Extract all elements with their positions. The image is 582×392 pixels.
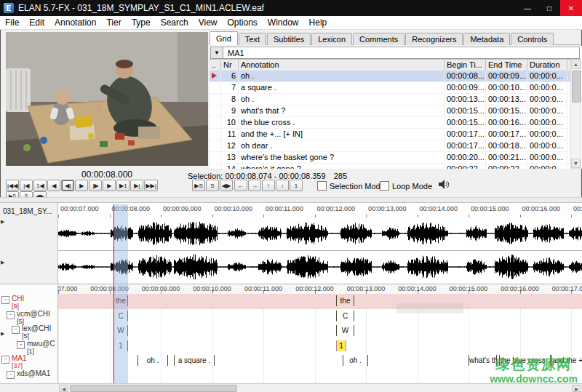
annotation-down-button[interactable]: ↓ bbox=[276, 180, 289, 191]
volume-speaker-icon[interactable] bbox=[438, 179, 450, 191]
menu-help[interactable]: Help bbox=[304, 16, 332, 29]
tier-label-ma1[interactable]: −MA1[37] bbox=[1, 355, 27, 369]
tier-ruler[interactable]: 00:00:07.00000:00:08.00000:00:09.00000:0… bbox=[58, 284, 582, 295]
tier-label-mwu@c[interactable]: −mwu@C[1] bbox=[17, 340, 55, 355]
column-header-4[interactable]: End Time bbox=[486, 60, 527, 71]
loop-mode-toggle[interactable]: Loop Mode bbox=[380, 181, 432, 191]
menu-edit[interactable]: Edit bbox=[24, 16, 49, 29]
tab-lexicon[interactable]: Lexicon bbox=[311, 33, 352, 45]
grid-scroll-thumb[interactable] bbox=[572, 71, 581, 103]
collapse-right-icon[interactable]: ▶ bbox=[1, 260, 4, 265]
column-header-0[interactable]: .. bbox=[210, 60, 221, 71]
collapse-right-icon[interactable]: ▶ bbox=[1, 219, 4, 224]
minimize-button[interactable]: — bbox=[517, 0, 538, 16]
collapse-left-icon[interactable]: ▶ bbox=[1, 331, 4, 336]
tree-toggle-icon[interactable]: − bbox=[17, 341, 25, 349]
tree-toggle-icon[interactable]: − bbox=[7, 371, 15, 379]
selection-mode-checkbox[interactable] bbox=[317, 181, 327, 191]
table-row[interactable]: 8oh .00:00:13...00:00:13...00:00:0... bbox=[210, 94, 570, 105]
waveform-canvas[interactable] bbox=[58, 217, 582, 284]
horizontal-splitter[interactable] bbox=[0, 197, 582, 203]
pixel-right-button[interactable]: ▶ bbox=[103, 180, 116, 191]
step-one-button[interactable]: 1 bbox=[290, 180, 303, 191]
table-row[interactable]: 7a square .00:00:09...00:00:10...00:00:0… bbox=[210, 82, 570, 94]
menu-type[interactable]: Type bbox=[127, 16, 156, 29]
menu-annotation[interactable]: Annotation bbox=[49, 16, 101, 29]
annotation-segment[interactable]: the bbox=[336, 295, 354, 306]
menu-search[interactable]: Search bbox=[156, 16, 194, 29]
next-annotation-button[interactable]: → bbox=[248, 180, 261, 191]
scroll-right-icon[interactable]: ▶ bbox=[572, 385, 581, 392]
tab-recognizers[interactable]: Recognizers bbox=[405, 33, 463, 45]
next-scrollview-button[interactable]: ▶| bbox=[130, 180, 143, 191]
go-to-begin-button[interactable]: |◀◀ bbox=[6, 180, 19, 191]
annotation-segment[interactable]: W bbox=[336, 325, 354, 336]
grid-vertical-scrollbar[interactable]: ▲ ▼ bbox=[570, 59, 581, 169]
next-frame-button[interactable]: |▶ bbox=[89, 180, 102, 191]
chevron-down-icon[interactable]: ▼ bbox=[211, 47, 223, 58]
annotation-segment[interactable]: a square . bbox=[174, 355, 215, 366]
tier-selector-combo[interactable]: ▼ MA1 bbox=[210, 47, 580, 59]
play-around-selection-button-alt[interactable]: S bbox=[206, 180, 219, 191]
play-pause-button[interactable]: ▶ bbox=[75, 180, 88, 191]
table-row[interactable]: 14where's it gone ?00:00:22...00:00:22..… bbox=[210, 164, 570, 169]
waveform-playhead[interactable] bbox=[113, 204, 114, 284]
annotation-segment[interactable]: oh . bbox=[137, 355, 168, 366]
tree-toggle-icon[interactable]: − bbox=[1, 296, 9, 304]
menu-view[interactable]: View bbox=[194, 16, 223, 29]
loop-mode-checkbox[interactable] bbox=[380, 181, 389, 191]
tab-metadata[interactable]: Metadata bbox=[463, 33, 510, 45]
second-left-button[interactable]: 1◀ bbox=[33, 180, 47, 191]
row-flag-cell bbox=[210, 117, 221, 128]
annotation-segment[interactable]: oh . bbox=[343, 355, 368, 366]
tree-toggle-icon[interactable]: − bbox=[1, 356, 9, 364]
tab-grid[interactable]: Grid bbox=[210, 31, 238, 45]
annotation-segment[interactable]: 1 bbox=[336, 340, 346, 351]
second-right-button[interactable]: ▶1 bbox=[116, 180, 129, 191]
scroll-down-icon[interactable]: ▼ bbox=[571, 159, 581, 168]
previous-annotation-button[interactable]: ← bbox=[234, 180, 247, 191]
waveform-ruler[interactable]: 00:00:07.00000:00:08.00000:00:09.00000:0… bbox=[58, 203, 582, 218]
menu-options[interactable]: Options bbox=[223, 16, 263, 29]
go-to-end-button[interactable]: ▶▶| bbox=[144, 180, 157, 191]
table-row[interactable]: 6oh .00:00:08...00:00:09...00:00:0... bbox=[210, 71, 570, 82]
annotation-up-button[interactable]: ↑ bbox=[262, 180, 275, 191]
tier-playhead[interactable] bbox=[113, 284, 114, 383]
menu-tier[interactable]: Tier bbox=[101, 16, 126, 29]
annotation-segment[interactable]: C bbox=[336, 311, 354, 321]
tab-subtitles[interactable]: Subtitles bbox=[267, 33, 311, 45]
video-player[interactable] bbox=[6, 32, 208, 166]
scroll-left-icon[interactable]: ◀ bbox=[59, 385, 68, 392]
tree-toggle-icon[interactable]: − bbox=[12, 326, 20, 334]
play-back-button-alt[interactable]: ◀▶ bbox=[220, 180, 233, 191]
play-selection-button-alt[interactable]: ▶S bbox=[192, 180, 205, 191]
table-row[interactable]: 11and the +... [+ IN]00:00:17...00:00:17… bbox=[210, 129, 570, 140]
tab-controls[interactable]: Controls bbox=[511, 33, 554, 45]
tier-label-chi[interactable]: −CHI[9] bbox=[1, 295, 24, 310]
timeline-scroll-thumb[interactable] bbox=[70, 385, 237, 392]
column-header-1[interactable]: Nr bbox=[221, 60, 239, 71]
column-header-2[interactable]: Annotation bbox=[239, 60, 445, 71]
pixel-left-button[interactable]: ◀ bbox=[47, 180, 60, 191]
previous-scrollview-button[interactable]: |◀ bbox=[20, 180, 33, 191]
maximize-button[interactable]: □ bbox=[538, 0, 560, 16]
menu-window[interactable]: Window bbox=[263, 16, 304, 29]
selection-mode-toggle[interactable]: Selection Mode bbox=[317, 181, 385, 191]
column-header-5[interactable]: Duration bbox=[527, 60, 567, 71]
tier-label-xds@ma1[interactable]: −xds@MA1 bbox=[7, 370, 50, 379]
tab-text[interactable]: Text bbox=[239, 33, 266, 45]
close-button[interactable]: ✕ bbox=[560, 0, 582, 16]
table-row[interactable]: 9what's that ?00:00:15...00:00:15...00:0… bbox=[210, 105, 570, 117]
previous-frame-button[interactable]: ◀| bbox=[61, 180, 74, 191]
tier-label-lex@chi[interactable]: −lex@CHI[5] bbox=[12, 325, 51, 340]
menu-file[interactable]: File bbox=[0, 16, 24, 29]
tab-comments[interactable]: Comments bbox=[353, 33, 404, 45]
table-row[interactable]: 10the blue cross .00:00:15...00:00:16...… bbox=[210, 117, 570, 129]
row-duration-cell: 00:00:0... bbox=[527, 94, 567, 105]
tree-toggle-icon[interactable]: − bbox=[7, 311, 15, 319]
table-row[interactable]: 13where's the basket gone ?00:00:20...00… bbox=[210, 152, 570, 164]
table-row[interactable]: 12oh dear .00:00:17...00:00:18...00:00:0… bbox=[210, 140, 570, 152]
column-header-3[interactable]: Begin Ti... bbox=[445, 60, 486, 71]
scroll-up-icon[interactable]: ▲ bbox=[571, 60, 581, 69]
tier-label-vcm@chi[interactable]: −vcm@CHI[5] bbox=[7, 311, 50, 325]
